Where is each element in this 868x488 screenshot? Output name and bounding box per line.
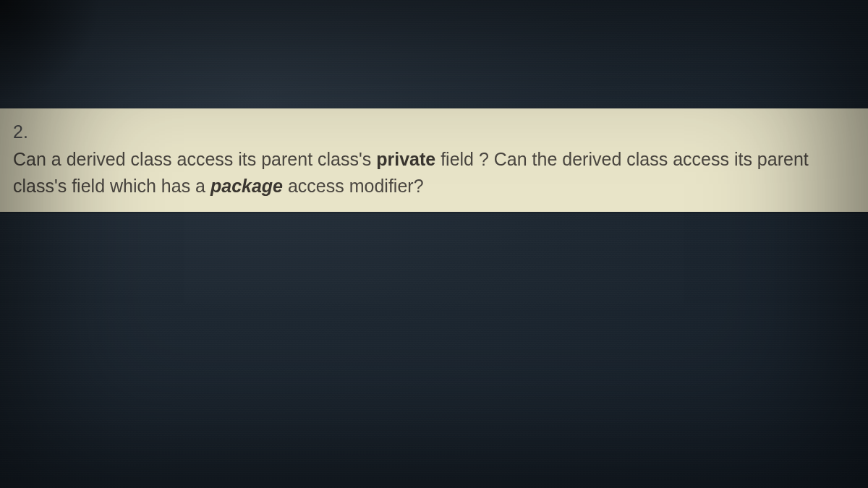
question-segment-1: Can a derived class access its parent cl… — [13, 149, 376, 169]
vignette-overlay — [0, 0, 868, 488]
question-text: Can a derived class access its parent cl… — [13, 146, 823, 200]
corner-shadow — [0, 0, 101, 101]
keyword-package: package — [210, 176, 283, 196]
keyword-private: private — [376, 149, 435, 169]
highlighted-question-block: 2. Can a derived class access its parent… — [0, 108, 868, 212]
screen-texture — [0, 0, 868, 488]
question-number: 2. — [13, 119, 41, 146]
question-segment-3: access modifier? — [283, 176, 424, 196]
